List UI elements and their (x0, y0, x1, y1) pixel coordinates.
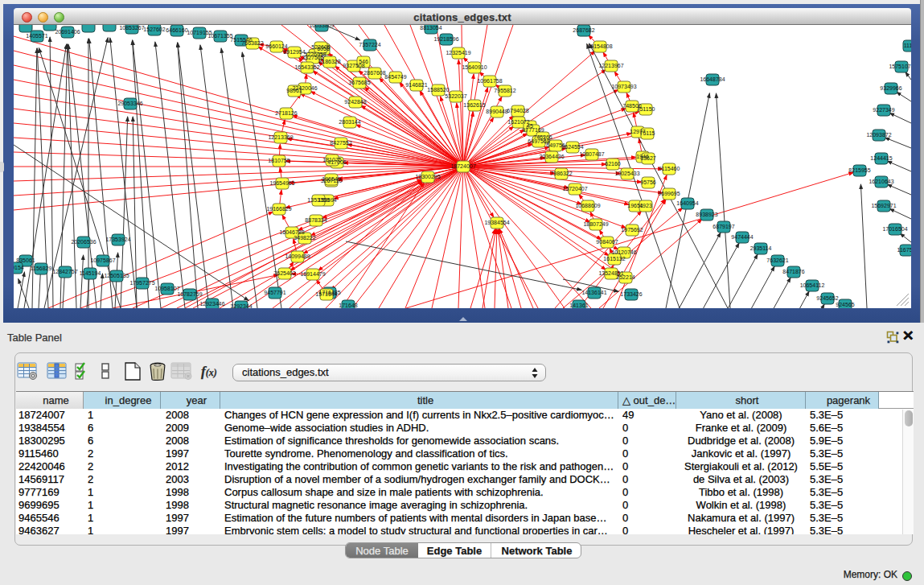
svg-text:10654112: 10654112 (800, 282, 825, 288)
svg-text:8215955: 8215955 (848, 167, 870, 173)
svg-text:9457791: 9457791 (264, 290, 285, 295)
svg-text:15640910: 15640910 (462, 64, 487, 70)
svg-text:6794028: 6794028 (507, 108, 528, 113)
svg-text:5322037: 5322037 (445, 93, 466, 99)
svg-text:39154: 39154 (14, 265, 24, 270)
svg-text:835061: 835061 (16, 257, 35, 263)
svg-text:7986322: 7986322 (550, 171, 572, 176)
svg-text:1362615: 1362615 (463, 102, 485, 108)
svg-text:1405571: 1405571 (26, 33, 47, 39)
svg-text:9242848: 9242848 (344, 99, 366, 105)
svg-text:3327505: 3327505 (302, 55, 323, 60)
svg-text:1112: 1112 (904, 43, 911, 48)
svg-text:12213967: 12213967 (598, 63, 623, 68)
svg-text:16210643: 16210643 (869, 179, 893, 184)
svg-text:20364436: 20364436 (539, 154, 564, 159)
svg-text:1640954: 1640954 (676, 200, 698, 206)
svg-text:3675685: 3675685 (348, 80, 370, 85)
svg-text:2687682: 2687682 (573, 27, 594, 33)
svg-text:10973493: 10973493 (611, 84, 636, 89)
svg-text:7625402: 7625402 (273, 270, 295, 276)
svg-text:14136141: 14136141 (581, 290, 606, 295)
svg-text:8427552: 8427552 (330, 140, 351, 146)
svg-text:12923446: 12923446 (199, 301, 224, 307)
svg-text:116753: 116753 (897, 247, 911, 253)
svg-text:9115460: 9115460 (659, 166, 680, 171)
svg-text:141361: 141361 (569, 303, 588, 308)
svg-text:18724007: 18724007 (450, 163, 475, 169)
svg-text:1353359: 1353359 (307, 197, 329, 203)
svg-text:1292344: 1292344 (230, 303, 252, 308)
svg-text:18300295: 18300295 (415, 174, 440, 179)
svg-text:9227349: 9227349 (873, 107, 894, 113)
svg-text:546: 546 (359, 59, 368, 64)
svg-text:9084067: 9084067 (596, 239, 618, 245)
svg-text:16914479: 16914479 (300, 271, 325, 277)
svg-text:17957275: 17957275 (129, 280, 154, 286)
svg-text:14099489: 14099489 (285, 253, 310, 259)
svg-text:9777169: 9777169 (522, 127, 544, 133)
svg-text:19384554: 19384554 (484, 220, 509, 225)
svg-text:12505135: 12505135 (104, 273, 129, 278)
svg-text:15692971: 15692971 (871, 203, 896, 208)
svg-text:10853267: 10853267 (119, 25, 144, 31)
svg-text:10025433: 10025433 (614, 171, 639, 176)
svg-text:7632621: 7632621 (766, 257, 788, 263)
svg-text:62160: 62160 (605, 161, 621, 167)
svg-text:19218596: 19218596 (433, 36, 458, 42)
svg-text:10975867: 10975867 (90, 257, 115, 263)
svg-text:16033809: 16033809 (309, 25, 334, 28)
svg-text:75115: 75115 (640, 130, 655, 136)
svg-text:252214: 252214 (616, 274, 634, 280)
svg-text:7955812: 7955812 (494, 88, 515, 93)
svg-text:2803144: 2803144 (339, 119, 360, 125)
svg-text:8990448: 8990448 (486, 109, 507, 114)
svg-text:8813054: 8813054 (420, 25, 441, 31)
svg-text:9474444: 9474444 (731, 234, 753, 240)
svg-text:171648: 171648 (339, 303, 357, 308)
svg-text:7663822: 7663822 (241, 40, 263, 46)
svg-text:9245652: 9245652 (816, 295, 838, 301)
svg-text:20206536: 20206536 (71, 239, 96, 245)
svg-text:1975692: 1975692 (621, 227, 643, 233)
svg-text:20691406: 20691406 (55, 29, 80, 35)
svg-text:2935114: 2935114 (750, 245, 772, 251)
svg-text:9660124: 9660124 (265, 43, 287, 49)
svg-text:3498222: 3498222 (294, 235, 315, 241)
svg-text:1145194: 1145194 (80, 270, 101, 276)
svg-text:1244415: 1244415 (870, 155, 892, 161)
svg-text:8938923: 8938923 (696, 212, 717, 217)
svg-text:181075: 181075 (322, 157, 341, 163)
svg-text:8454749: 8454749 (384, 74, 406, 80)
svg-text:15720407: 15720407 (562, 186, 587, 192)
svg-text:16154808: 16154808 (587, 43, 612, 49)
svg-text:1527602: 1527602 (143, 27, 165, 32)
svg-text:17016504: 17016504 (882, 226, 907, 232)
svg-text:196549: 196549 (322, 176, 340, 182)
svg-text:15751074: 15751074 (889, 64, 911, 69)
svg-text:18807249: 18807249 (583, 221, 608, 227)
svg-text:8878334: 8878334 (305, 217, 326, 223)
svg-text:1588520: 1588520 (427, 87, 449, 93)
svg-text:6879197: 6879197 (713, 224, 734, 229)
svg-text:1733426: 1733426 (620, 291, 642, 297)
svg-text:1156829: 1156829 (31, 266, 52, 271)
svg-text:1810755: 1810755 (268, 158, 290, 163)
svg-text:16782759: 16782759 (177, 291, 202, 297)
svg-text:12213369: 12213369 (268, 134, 293, 140)
svg-text:17353924: 17353924 (105, 237, 130, 242)
svg-text:7357224: 7357224 (359, 42, 380, 47)
svg-text:924565: 924565 (836, 302, 854, 307)
svg-text:12842757: 12842757 (52, 269, 77, 274)
svg-text:98961: 98961 (286, 88, 302, 93)
svg-text:4923: 4923 (639, 203, 652, 208)
svg-text:10671355: 10671355 (207, 33, 232, 39)
svg-text:19654965: 19654965 (269, 180, 294, 186)
svg-text:2718126: 2718126 (275, 110, 297, 116)
svg-text:10961758: 10961758 (477, 78, 502, 84)
svg-text:29053346: 29053346 (117, 101, 142, 106)
svg-text:33627: 33627 (640, 155, 656, 161)
svg-text:9699695: 9699695 (658, 191, 680, 196)
svg-text:6466160: 6466160 (166, 27, 187, 33)
svg-text:16648784: 16648784 (700, 76, 725, 82)
